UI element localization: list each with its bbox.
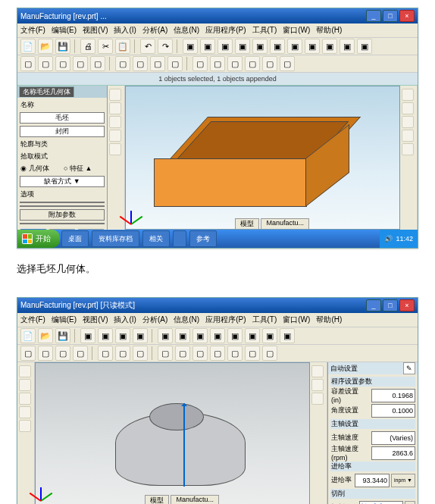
copy-icon[interactable]: 📋 xyxy=(115,39,130,54)
dropdown-field[interactable]: 缺省方式 ▼ xyxy=(20,176,105,187)
tool-icon[interactable]: ▣ xyxy=(115,328,130,343)
minimize-button[interactable]: _ xyxy=(366,299,381,311)
tool-icon[interactable]: ▣ xyxy=(200,39,215,54)
tool-icon[interactable]: ▣ xyxy=(175,328,190,343)
vtool-icon[interactable] xyxy=(19,365,31,377)
save-icon[interactable]: 💾 xyxy=(55,328,70,343)
task-item[interactable]: 参考 xyxy=(189,230,217,247)
viewport-tab[interactable]: 模型 xyxy=(235,218,259,229)
tool-icon[interactable]: ▣ xyxy=(158,328,173,343)
vtool-icon[interactable] xyxy=(402,102,414,114)
tool-icon[interactable]: ▣ xyxy=(235,39,250,54)
save-icon[interactable]: 💾 xyxy=(55,39,70,54)
vtool-icon[interactable] xyxy=(19,420,31,432)
tool-icon[interactable]: ▢ xyxy=(38,56,53,71)
new-icon[interactable]: 📄 xyxy=(20,39,36,54)
vtool-icon[interactable] xyxy=(109,143,121,155)
close-button[interactable]: × xyxy=(399,299,415,311)
print-icon[interactable]: 🖨 xyxy=(80,39,95,54)
tool-icon[interactable]: ▢ xyxy=(73,346,88,361)
system-tray[interactable]: 🔊 11:42 xyxy=(380,230,418,248)
menu-tools[interactable]: 工具(T) xyxy=(252,315,277,325)
tool-icon[interactable]: ▢ xyxy=(55,56,70,71)
vtool-icon[interactable] xyxy=(311,379,324,391)
vtool-icon[interactable] xyxy=(109,116,121,128)
tool-icon[interactable]: ▣ xyxy=(183,39,198,54)
menu-view[interactable]: 视图(V) xyxy=(83,25,108,36)
tool-icon[interactable]: ▢ xyxy=(167,56,183,71)
tool-icon[interactable]: ▢ xyxy=(245,346,260,361)
tool-icon[interactable]: ▢ xyxy=(210,56,225,71)
menu-view[interactable]: 视图(V) xyxy=(83,315,108,325)
prop-value[interactable]: (Varies) xyxy=(371,431,415,445)
tool-icon[interactable]: ▢ xyxy=(158,346,173,361)
vtool-icon[interactable] xyxy=(19,393,31,405)
tool-icon[interactable]: ▣ xyxy=(270,39,285,54)
open-icon[interactable]: 📂 xyxy=(38,39,53,54)
tool-icon[interactable]: ▢ xyxy=(175,346,190,361)
vtool-icon[interactable] xyxy=(19,406,31,418)
vtool-icon[interactable] xyxy=(109,130,121,142)
task-item[interactable]: 资料库存档 xyxy=(92,230,139,247)
menu-app[interactable]: 应用程序(P) xyxy=(205,315,246,325)
viewport-tab[interactable]: 模型 xyxy=(145,495,169,504)
menu-edit[interactable]: 编辑(E) xyxy=(52,25,77,36)
window-titlebar[interactable]: ManuFacturing [rev.prt] [只读模式] _ □ × xyxy=(17,298,418,313)
prop-value[interactable]: 93.3440 xyxy=(355,474,390,487)
unit-dropdown[interactable]: inpm ▼ xyxy=(391,474,415,487)
tool-icon[interactable]: ▢ xyxy=(227,346,243,361)
tool-icon[interactable]: ▢ xyxy=(98,346,113,361)
vtool-icon[interactable] xyxy=(109,89,121,101)
start-button[interactable]: 开始 xyxy=(17,230,60,248)
tool-icon[interactable]: ▢ xyxy=(280,56,295,71)
vtool-icon[interactable] xyxy=(402,130,414,142)
vtool-icon[interactable] xyxy=(311,365,324,377)
option-field[interactable] xyxy=(20,223,105,224)
tool-icon[interactable]: ▣ xyxy=(80,328,95,343)
tool-icon[interactable]: ▣ xyxy=(262,328,277,343)
tool-icon[interactable]: ▢ xyxy=(227,56,243,71)
cancel-button[interactable]: 取消 xyxy=(77,229,105,230)
minimize-button[interactable]: _ xyxy=(366,10,381,22)
maximize-button[interactable]: □ xyxy=(383,299,398,311)
tool-icon[interactable]: ▣ xyxy=(305,39,320,54)
tool-icon[interactable]: ▢ xyxy=(262,346,277,361)
menu-window[interactable]: 窗口(W) xyxy=(283,315,310,325)
tool-icon[interactable]: ▣ xyxy=(227,328,243,343)
menu-analysis[interactable]: 分析(A) xyxy=(142,315,167,325)
option-field[interactable] xyxy=(20,205,105,207)
tool-icon[interactable]: ▢ xyxy=(73,56,88,71)
option-field[interactable] xyxy=(20,202,105,203)
tool-icon[interactable]: ▢ xyxy=(55,346,70,361)
radio-label[interactable]: ○ 特征 ▲ xyxy=(63,164,105,174)
edit-icon[interactable]: ✎ xyxy=(403,362,415,374)
undo-icon[interactable]: ↶ xyxy=(140,39,155,54)
tool-icon[interactable]: ▢ xyxy=(210,346,225,361)
tool-icon[interactable]: ▣ xyxy=(322,39,337,54)
task-item[interactable]: 相关 xyxy=(142,230,170,247)
tool-icon[interactable]: ▣ xyxy=(340,39,355,54)
menu-info[interactable]: 信息(N) xyxy=(174,25,199,36)
viewport-3d[interactable]: 模型 Manufactu... xyxy=(35,362,310,504)
tool-icon[interactable]: ▢ xyxy=(192,346,208,361)
tool-icon[interactable]: ▢ xyxy=(38,346,53,361)
tool-icon[interactable]: ▣ xyxy=(98,328,113,343)
cut-icon[interactable]: ✂ xyxy=(98,39,113,54)
vtool-icon[interactable] xyxy=(311,393,324,405)
viewport-3d[interactable]: 模型 Manufactu... xyxy=(125,86,400,230)
menu-info[interactable]: 信息(N) xyxy=(174,315,199,325)
tool-icon[interactable]: ▢ xyxy=(115,346,130,361)
tool-icon[interactable]: ▢ xyxy=(192,56,208,71)
vtool-icon[interactable] xyxy=(402,89,414,101)
prop-value[interactable]: 2863.6 xyxy=(371,446,415,460)
tool-icon[interactable]: ▢ xyxy=(20,346,36,361)
vtool-icon[interactable] xyxy=(402,116,414,128)
panel-tab[interactable]: 名称毛坯几何体 xyxy=(19,86,74,97)
tool-icon[interactable]: ▢ xyxy=(90,56,105,71)
menu-file[interactable]: 文件(F) xyxy=(20,315,45,325)
tool-icon[interactable]: ▣ xyxy=(210,328,225,343)
prop-value[interactable]: 0.1968 xyxy=(371,389,415,402)
tool-icon[interactable]: ▣ xyxy=(245,328,260,343)
tool-icon[interactable]: ▢ xyxy=(245,56,260,71)
menu-file[interactable]: 文件(F) xyxy=(20,25,45,36)
